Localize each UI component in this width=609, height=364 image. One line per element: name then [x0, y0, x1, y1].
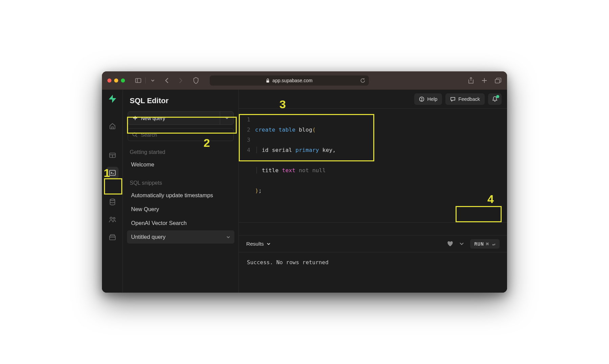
- search-icon: [132, 132, 138, 137]
- tab-dropdown-icon[interactable]: [148, 75, 158, 86]
- results-tab[interactable]: Results: [246, 241, 271, 247]
- app-window: app.supabase.com: [102, 71, 507, 293]
- minimize-window-icon[interactable]: [114, 78, 118, 83]
- close-window-icon[interactable]: [107, 78, 111, 83]
- feedback-label: Feedback: [458, 96, 480, 102]
- nav-auth-icon[interactable]: [106, 213, 119, 226]
- svg-rect-5: [495, 79, 500, 83]
- plus-icon: [133, 116, 138, 120]
- results-toolbar: Results RUN ⌘ ↵: [239, 235, 507, 252]
- size-dropdown-icon[interactable]: [459, 242, 464, 245]
- maximize-window-icon[interactable]: [121, 78, 125, 83]
- new-tab-icon[interactable]: [481, 77, 488, 84]
- results-message: Success. No rows returned: [247, 259, 329, 266]
- top-bar: Help Feedback: [239, 90, 507, 109]
- reload-icon[interactable]: [360, 78, 365, 83]
- nav-sql-editor-icon[interactable]: [106, 167, 119, 179]
- nav-storage-icon[interactable]: [106, 231, 119, 243]
- address-bar[interactable]: app.supabase.com: [210, 75, 369, 86]
- sidebar-item-untitled-query[interactable]: Untitled query: [127, 230, 234, 244]
- browser-chrome: app.supabase.com: [102, 71, 507, 90]
- help-button[interactable]: Help: [414, 93, 442, 105]
- sidebar-item-new-query[interactable]: New Query: [124, 203, 237, 216]
- section-sql-snippets: SQL snippets: [123, 177, 238, 189]
- privacy-shield-icon[interactable]: [193, 77, 199, 84]
- results-output: Success. No rows returned: [239, 252, 507, 293]
- code-lines: create table blog( │ id serial primary k…: [255, 115, 336, 216]
- help-icon: [419, 96, 424, 102]
- new-query-button[interactable]: New query: [128, 111, 234, 125]
- window-controls: [107, 78, 125, 83]
- forward-button[interactable]: [176, 77, 185, 84]
- sidebar-item-auto-timestamps[interactable]: Automatically update timestamps: [124, 189, 237, 202]
- svg-rect-0: [135, 78, 141, 83]
- run-button[interactable]: RUN ⌘ ↵: [470, 239, 500, 249]
- notifications-button[interactable]: [488, 93, 502, 105]
- line-gutter: 1 2 3 4: [239, 115, 255, 216]
- chat-icon: [450, 96, 456, 102]
- svg-point-13: [113, 218, 115, 219]
- supabase-logo-icon[interactable]: [108, 94, 117, 103]
- chevron-down-icon: [226, 236, 230, 238]
- main-panel: Help Feedback 1 2: [239, 90, 507, 293]
- svg-point-18: [133, 133, 136, 136]
- search-placeholder: Search: [141, 132, 157, 138]
- nav-rail: [102, 90, 123, 293]
- nav-table-editor-icon[interactable]: [106, 149, 119, 161]
- sidebar: SQL Editor New query Search Getting s: [123, 90, 239, 293]
- svg-rect-2: [267, 80, 269, 83]
- sidebar-item-vector-search[interactable]: OpenAI Vector Search: [124, 217, 237, 230]
- svg-line-19: [136, 136, 137, 137]
- help-label: Help: [427, 96, 437, 102]
- app-body: SQL Editor New query Search Getting s: [102, 90, 507, 293]
- new-query-label: New query: [141, 115, 165, 121]
- lock-icon: [266, 78, 270, 83]
- tabs-overview-icon[interactable]: [494, 77, 502, 84]
- svg-rect-14: [109, 236, 115, 240]
- svg-point-11: [110, 199, 115, 201]
- sidebar-item-welcome[interactable]: Welcome: [124, 158, 237, 171]
- code-editor[interactable]: 1 2 3 4 create table blog( │ id serial p…: [239, 109, 507, 223]
- results-label: Results: [246, 241, 264, 247]
- svg-rect-9: [109, 170, 115, 176]
- section-getting-started: Getting started: [123, 146, 238, 158]
- search-input[interactable]: Search: [128, 128, 234, 141]
- sidebar-toggle-icon[interactable]: [133, 75, 143, 86]
- sidebar-item-label: Untitled query: [131, 234, 166, 240]
- chevron-down-icon: [267, 243, 271, 245]
- svg-point-21: [422, 100, 422, 100]
- share-icon[interactable]: [467, 77, 475, 84]
- nav-database-icon[interactable]: [106, 196, 119, 208]
- nav-home-icon[interactable]: [106, 120, 119, 132]
- back-button[interactable]: [163, 77, 171, 84]
- run-shortcut: ⌘ ↵: [486, 241, 496, 247]
- feedback-button[interactable]: Feedback: [445, 93, 485, 105]
- svg-point-12: [110, 217, 112, 219]
- favorite-icon[interactable]: [447, 241, 453, 247]
- new-query-dropdown[interactable]: [220, 112, 233, 124]
- notification-badge: [496, 95, 499, 98]
- url-text: app.supabase.com: [272, 78, 312, 83]
- page-title: SQL Editor: [123, 94, 238, 110]
- run-label: RUN: [474, 241, 484, 247]
